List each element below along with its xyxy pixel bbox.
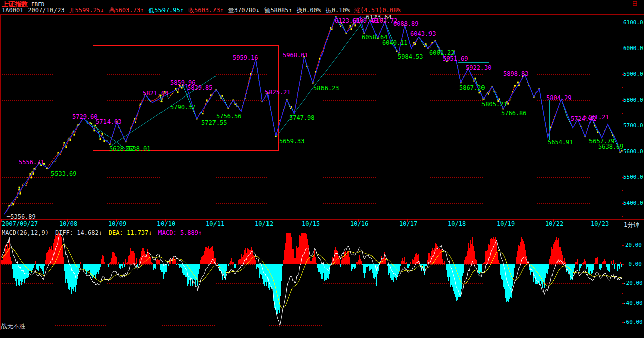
stock-app-window: 上证指数FBFD 日 1A00012007/10/23开5599.25↓高560… xyxy=(0,0,644,338)
macd-bar xyxy=(296,246,297,264)
fractal-marker xyxy=(517,82,519,83)
macd-bar xyxy=(115,256,116,264)
pivot-label: 5638.01 xyxy=(125,146,151,152)
macd-bar xyxy=(594,263,595,264)
stroke-segment xyxy=(26,174,30,186)
fractal-marker xyxy=(135,122,136,123)
macd-bar xyxy=(390,264,391,278)
macd-bar xyxy=(99,264,100,270)
macd-bar xyxy=(134,253,135,264)
macd-bar xyxy=(258,264,259,268)
macd-bar xyxy=(365,264,366,273)
pivot-label: 5898.83 xyxy=(503,71,529,77)
macd-bar xyxy=(501,264,502,279)
macd-bar xyxy=(154,264,155,268)
frame-line-left xyxy=(0,14,1,330)
fractal-marker xyxy=(350,25,351,26)
macd-axis: 20.000.00-20.00-40.00-60.00 xyxy=(622,228,644,330)
macd-bar xyxy=(376,264,377,286)
macd-bar xyxy=(470,240,471,264)
macd-bar xyxy=(410,262,411,264)
pivot-label: 5533.69 xyxy=(51,171,77,177)
macd-bar xyxy=(72,264,73,289)
stroke-segment xyxy=(508,86,515,104)
stroke-segment xyxy=(316,58,320,72)
fractal-marker xyxy=(161,101,163,102)
macd-bar xyxy=(304,233,305,264)
macd-bar xyxy=(95,264,96,278)
macd-bar xyxy=(240,259,241,264)
macd-bar xyxy=(237,264,238,264)
macd-bar xyxy=(546,264,547,273)
macd-bar xyxy=(35,261,36,264)
macd-bar xyxy=(444,261,445,264)
macd-bar xyxy=(129,255,129,264)
price-chart[interactable]: ─5356.895556.715533.695729.605714.035628… xyxy=(0,15,622,219)
macd-bar xyxy=(298,247,299,264)
macd-bar xyxy=(48,250,49,264)
macd-bar xyxy=(260,264,261,274)
macd-bar xyxy=(124,264,125,267)
macd-bar xyxy=(422,264,423,265)
macd-bar xyxy=(373,264,374,278)
macd-bar xyxy=(427,260,428,264)
macd-bar xyxy=(163,264,164,279)
date-tick xyxy=(407,219,408,222)
macd-bar xyxy=(396,264,397,280)
macd-bar xyxy=(540,264,541,281)
macd-bar xyxy=(474,251,475,264)
macd-bar xyxy=(199,264,200,269)
macd-bar xyxy=(98,264,99,274)
macd-bar xyxy=(179,264,180,268)
macd-bar xyxy=(471,244,472,264)
pivot-label: 5790.37 xyxy=(170,104,196,110)
macd-bar xyxy=(195,264,196,285)
diff-line xyxy=(0,234,622,326)
macd-bar xyxy=(351,264,352,271)
macd-chart-canvas[interactable] xyxy=(0,228,622,330)
macd-chart[interactable]: MACD(26,12,9)DIFF:-14.682↓DEA:-11.737↓MA… xyxy=(0,228,622,330)
macd-bar xyxy=(297,248,298,264)
macd-bar xyxy=(533,264,534,282)
macd-bar xyxy=(178,264,179,265)
macd-bar xyxy=(127,262,128,264)
macd-bar xyxy=(509,264,510,299)
date-label: 2007/09/27 xyxy=(2,221,38,227)
macd-bar xyxy=(180,264,181,267)
macd-bar xyxy=(367,264,368,267)
macd-bar xyxy=(49,247,50,264)
macd-bar xyxy=(399,264,400,271)
pivot-label: 5922.30 xyxy=(466,65,492,71)
quote-token-9: 振0.10% xyxy=(326,7,350,14)
macd-bar xyxy=(22,264,23,282)
fractal-marker xyxy=(30,173,31,175)
macd-bar xyxy=(346,255,347,264)
macd-bar xyxy=(484,262,485,264)
macd-bar xyxy=(162,264,163,272)
macd-bar xyxy=(309,258,310,264)
macd-bar xyxy=(313,255,314,264)
macd-bar xyxy=(241,254,242,264)
macd-bar xyxy=(394,264,395,277)
macd-bar xyxy=(514,264,515,268)
macd-bar xyxy=(31,264,32,273)
macd-bar xyxy=(417,255,418,264)
macd-bar xyxy=(106,264,108,264)
macd-bar xyxy=(581,264,582,266)
macd-bar xyxy=(595,258,596,264)
macd-bar xyxy=(448,264,449,281)
macd-bar xyxy=(497,252,498,264)
divider-dotted-line xyxy=(29,325,355,326)
macd-bar xyxy=(405,263,406,264)
pivot-label: 5959.16 xyxy=(233,55,258,61)
macd-bar xyxy=(176,264,177,265)
macd-bar xyxy=(387,264,388,266)
macd-bar xyxy=(104,262,105,264)
macd-bar xyxy=(520,242,521,264)
macd-bar xyxy=(576,262,577,264)
period-day-icon[interactable]: 日 xyxy=(632,0,638,7)
macd-bar xyxy=(478,264,479,273)
macd-bar xyxy=(352,264,353,269)
macd-bar xyxy=(415,254,416,264)
macd-bar xyxy=(412,259,413,264)
